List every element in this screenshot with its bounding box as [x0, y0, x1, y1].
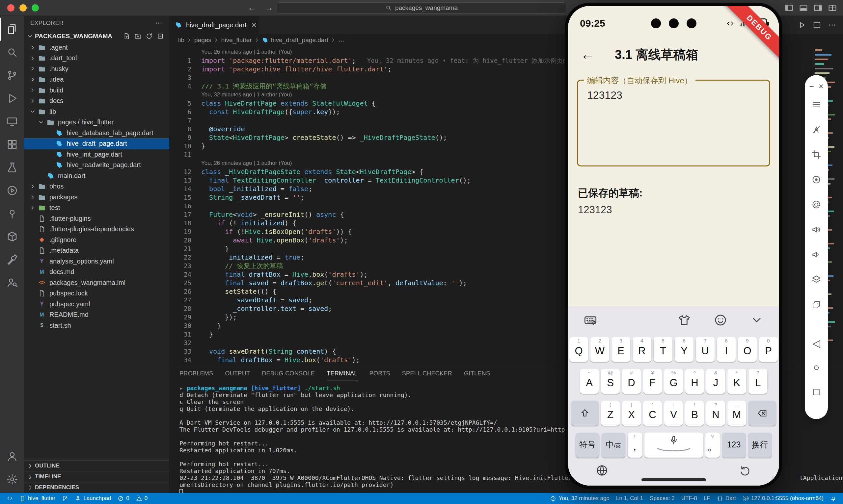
- activity-pin[interactable]: [0, 202, 24, 225]
- codelens-blame[interactable]: You, 26 minutes ago | 1 author (You): [201, 48, 292, 56]
- refresh-icon[interactable]: [145, 33, 153, 40]
- activity-profile-search[interactable]: [0, 271, 24, 294]
- tree-item[interactable]: lib: [24, 106, 169, 117]
- space-key[interactable]: [644, 433, 703, 457]
- key-x[interactable]: )X: [622, 401, 641, 426]
- emulator-nav-recents[interactable]: □: [813, 380, 820, 404]
- emulator-volume-up[interactable]: [811, 217, 821, 242]
- key-n[interactable]: ?N: [706, 401, 725, 426]
- split-icon[interactable]: [813, 21, 821, 29]
- codelens-blame[interactable]: You, 32 minutes ago | 1 author (You): [201, 90, 292, 99]
- hide-keyboard-icon[interactable]: [750, 313, 763, 327]
- tree-item[interactable]: .gitignore: [24, 235, 169, 246]
- more-icon[interactable]: [828, 21, 837, 29]
- key-l[interactable]: ?L: [749, 369, 767, 394]
- key-g[interactable]: %G: [664, 369, 683, 394]
- tree-item[interactable]: hive_readwrite_page.dart: [24, 160, 169, 171]
- breadcrumb-item[interactable]: lib: [178, 37, 184, 44]
- key-i[interactable]: 8I: [717, 337, 736, 362]
- warning-count[interactable]: 0: [133, 495, 151, 502]
- emulator-screenshot[interactable]: [811, 142, 821, 167]
- emulator-rotate[interactable]: [811, 267, 821, 292]
- layout-bottom-icon[interactable]: [799, 3, 808, 13]
- key-j[interactable]: &J: [706, 369, 725, 394]
- key-b[interactable]: !B: [685, 401, 704, 426]
- error-count[interactable]: 0: [114, 495, 132, 502]
- globe-icon[interactable]: [596, 464, 608, 477]
- key-z[interactable]: (Z: [601, 401, 620, 426]
- blame-status[interactable]: You, 32 minutes ago: [547, 495, 613, 502]
- tree-item[interactable]: .flutter-plugins: [24, 213, 169, 224]
- layout-right-icon[interactable]: [813, 3, 823, 13]
- undo-icon[interactable]: [739, 464, 752, 477]
- history-forward-button[interactable]: →: [265, 3, 273, 13]
- tree-item[interactable]: .husky: [24, 64, 169, 74]
- layout-grid-icon[interactable]: [828, 3, 837, 13]
- tree-item[interactable]: hive_draft_page.dart: [24, 139, 169, 149]
- emulator-volume-down[interactable]: [811, 242, 821, 267]
- tree-item[interactable]: <>packages_wangmama.iml: [24, 277, 169, 288]
- key-f[interactable]: ¥F: [643, 369, 662, 394]
- encoding[interactable]: UTF-8: [678, 495, 701, 502]
- sidebar-section-outline[interactable]: OUTLINE: [24, 460, 169, 471]
- activity-run-circle[interactable]: [0, 179, 24, 202]
- symbols-key[interactable]: 符号: [575, 433, 599, 457]
- breadcrumb-item[interactable]: pages: [194, 37, 211, 44]
- key-s[interactable]: @S: [601, 369, 620, 394]
- eol[interactable]: LF: [701, 495, 713, 502]
- tree-item[interactable]: .idea: [24, 74, 169, 85]
- tree-item[interactable]: test: [24, 203, 169, 214]
- cursor-position[interactable]: Ln 1, Col 1: [613, 495, 647, 502]
- tree-item[interactable]: .flutter-plugins-dependencies: [24, 224, 169, 235]
- key-w[interactable]: 2W: [590, 337, 609, 362]
- panel-tab-output[interactable]: OUTPUT: [225, 366, 250, 381]
- tree-item[interactable]: .metadata: [24, 246, 169, 256]
- tab-hive-draft-page[interactable]: hive_draft_page.dart: [170, 16, 259, 34]
- emulator-copy[interactable]: [811, 292, 821, 317]
- emulator-menu[interactable]: [811, 92, 821, 117]
- new-file-icon[interactable]: [123, 33, 131, 40]
- key-u[interactable]: 7U: [696, 337, 715, 362]
- breadcrumb-item[interactable]: hive_draft_page.dart: [271, 37, 328, 44]
- key-a[interactable]: ~A: [580, 369, 599, 394]
- tree-item[interactable]: Yanalysis_options.yaml: [24, 256, 169, 267]
- project-section-header[interactable]: PACKAGES_WANGMAMA: [24, 30, 169, 42]
- device-selector[interactable]: hive_flutter: [16, 495, 58, 502]
- key-p[interactable]: 0P: [759, 337, 778, 362]
- collapse-all-icon[interactable]: [157, 33, 164, 40]
- numbers-key[interactable]: 123: [722, 433, 746, 457]
- key-r[interactable]: 4R: [633, 337, 651, 362]
- sidebar-more-icon[interactable]: [155, 19, 163, 27]
- codelens-blame[interactable]: You, 26 minutes ago | 1 author (You): [201, 159, 292, 167]
- key-k[interactable]: *K: [727, 369, 746, 394]
- activity-package[interactable]: [0, 225, 24, 248]
- tree-item[interactable]: packages: [24, 192, 169, 203]
- tree-item[interactable]: Ypubspec.yaml: [24, 299, 169, 310]
- zoom-window-button[interactable]: [32, 4, 39, 12]
- tree-item[interactable]: Mdocs.md: [24, 267, 169, 278]
- device-connection[interactable]: 127.0.0.1:5555 (ohos-arm64): [739, 495, 827, 502]
- key-y[interactable]: 6Y: [675, 337, 693, 362]
- activity-search[interactable]: [0, 41, 24, 64]
- tree-item[interactable]: MREADME.md: [24, 310, 169, 320]
- emulator-close[interactable]: ×: [819, 82, 824, 91]
- git-branch[interactable]: [58, 495, 71, 501]
- key-q[interactable]: 1Q: [569, 337, 588, 362]
- tree-item[interactable]: main.dart: [24, 170, 169, 181]
- home-indicator[interactable]: [641, 478, 706, 481]
- tree-item[interactable]: ohos: [24, 181, 169, 192]
- command-center[interactable]: packages_wangmama: [277, 2, 566, 14]
- backspace-key[interactable]: [749, 401, 776, 426]
- draft-text-field[interactable]: 编辑内容（自动保存到 Hive） 123123: [577, 79, 770, 166]
- panel-tab-gitlens[interactable]: GITLENS: [464, 366, 490, 381]
- breadcrumb-item[interactable]: …: [338, 37, 344, 44]
- activity-run-and-debug[interactable]: [0, 87, 24, 110]
- launchpad[interactable]: Launchpad: [71, 495, 114, 502]
- layout-left-icon[interactable]: [785, 3, 794, 13]
- indentation[interactable]: Spaces: 2: [647, 495, 678, 502]
- emulator-minimize[interactable]: −: [809, 82, 814, 91]
- new-folder-icon[interactable]: [134, 33, 142, 40]
- emulator-ime-toggle[interactable]: [811, 117, 821, 142]
- tree-item[interactable]: .agent: [24, 42, 169, 53]
- sidebar-section-dependencies[interactable]: DEPENDENCIES: [24, 482, 169, 493]
